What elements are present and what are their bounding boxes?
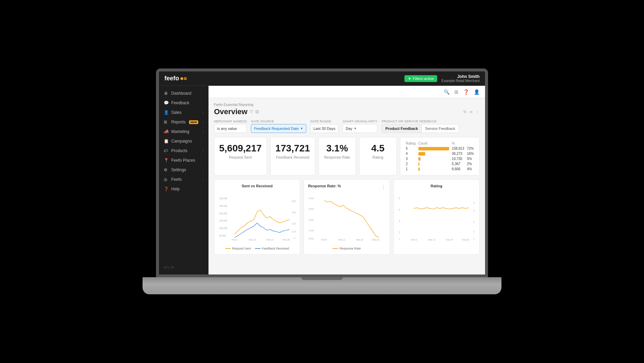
user-circle-icon[interactable]: 👤: [474, 89, 480, 95]
marketing-chevron: ›: [202, 130, 203, 133]
chart-more-icon[interactable]: ⋮: [381, 185, 386, 190]
svg-text:1: 1: [473, 238, 474, 240]
rating-cell: 3: [404, 156, 417, 161]
pct-cell: 72%: [466, 146, 475, 151]
sidebar-item-feefo-places[interactable]: 📍 Feefo Places: [159, 156, 208, 165]
svg-text:Feb 26: Feb 26: [372, 239, 379, 241]
main-layout: 🖥 Dashboard 💬 Feedback 👤 Sales › ⊞: [159, 86, 485, 274]
sidebar-item-products[interactable]: 🏷 Products ›: [159, 146, 208, 156]
date-range-select[interactable]: Last 30 Days: [310, 124, 338, 133]
refresh-icon[interactable]: ↻: [463, 109, 467, 115]
date-range-value: Last 30 Days: [313, 126, 335, 131]
stat-card-response-rate: 3.1% Response Rate: [319, 137, 356, 175]
svg-text:2: 2: [473, 230, 474, 233]
svg-text:Feb 19: Feb 19: [356, 239, 363, 241]
pct-cell: 2%: [466, 161, 475, 166]
sidebar-label-dashboard: Dashboard: [171, 91, 191, 96]
chart-svg-2: 4.0% 3.0% 2.0% 1.0% 0.0% Feb 5 Feb 12: [308, 191, 385, 245]
filters-button-label: Filters active: [413, 77, 434, 81]
chart-sent-vs-received: Sent vs Received 300,000 250,000 200,000…: [214, 179, 300, 255]
granularity-select[interactable]: Day ▼: [343, 124, 377, 133]
sidebar-item-settings[interactable]: ⚙ Settings ›: [159, 165, 208, 175]
content-topbar: 🔍 ⊞ ❓ 👤: [209, 86, 485, 98]
sidebar: 🖥 Dashboard 💬 Feedback 👤 Sales › ⊞: [159, 86, 209, 274]
legend-line-rr: [333, 248, 338, 249]
bar-cell: [417, 151, 451, 156]
svg-text:5: 5: [399, 197, 400, 200]
date-source-select[interactable]: Feedback Requested Date ▼: [251, 124, 306, 133]
user-info: John Smith Example Retail Merchant: [441, 74, 480, 83]
sidebar-item-feedback[interactable]: 💬 Feedback: [159, 98, 208, 108]
bar-cell: [417, 166, 451, 172]
rating-cell: 4: [404, 151, 417, 156]
sidebar-item-help[interactable]: ❓ Help: [159, 184, 208, 194]
sidebar-label-products: Products: [171, 148, 187, 153]
svg-text:2,000: 2,000: [292, 230, 296, 233]
settings-icon: ⚙: [164, 167, 169, 172]
stat-value-rating: 4.5: [364, 143, 391, 154]
help-circle-icon[interactable]: ❓: [463, 89, 469, 95]
legend-line-orange: [225, 248, 231, 249]
svg-text:50,000: 50,000: [219, 234, 226, 237]
granularity-value: Day: [346, 126, 352, 131]
table-row: 5 158,913 72%: [404, 146, 475, 151]
count-cell: 5,367: [451, 161, 466, 166]
svg-text:Feb 5: Feb 5: [411, 239, 417, 241]
user-name: John Smith: [441, 74, 480, 79]
pct-cell: 5%: [466, 156, 475, 161]
stats-and-rating: 5,609,217 Request Sent 173,721 Feedback …: [214, 137, 480, 175]
report-label: Feefo Essential Reporting: [214, 103, 480, 107]
sidebar-item-marketing[interactable]: 📣 Marketing ›: [159, 127, 208, 136]
pct-cell: 16%: [466, 151, 475, 156]
sidebar-item-dashboard[interactable]: 🖥 Dashboard: [159, 89, 208, 98]
sidebar-item-feefo[interactable]: ◎ Feefo ›: [159, 175, 208, 184]
legend-line-blue: [255, 248, 260, 249]
chart-svg-3: 5 4 3 2 1 Feb 5 Feb 12: [398, 191, 475, 245]
rating-bar: [418, 147, 449, 150]
count-cell: 10,735: [451, 156, 466, 161]
svg-text:Feb 26: Feb 26: [462, 239, 469, 241]
sidebar-item-sales[interactable]: 👤 Sales ›: [159, 108, 208, 117]
charts-row: Sent vs Received 300,000 250,000 200,000…: [214, 179, 480, 255]
svg-text:4.0%: 4.0%: [309, 197, 314, 200]
sidebar-item-reports[interactable]: ⊞ Reports NEW ›: [159, 117, 208, 127]
stat-value-requests: 5,609,217: [219, 143, 262, 154]
rating-col-header: Rating: [404, 141, 417, 146]
filters-button[interactable]: ▼ Filters active: [404, 75, 438, 82]
count-col-header: Count: [417, 141, 451, 146]
search-icon[interactable]: 🔍: [444, 89, 450, 95]
svg-text:Feb 19: Feb 19: [267, 239, 274, 241]
more-options-icon[interactable]: ⋮: [475, 109, 480, 115]
product-feedback-pill[interactable]: Product Feedback: [381, 124, 421, 133]
grid-icon[interactable]: ⊞: [454, 89, 458, 95]
pct-col-header: %: [451, 141, 466, 146]
dashboard-icon: 🖥: [164, 91, 169, 96]
chart-legend-1: Request Sent Feedback Received: [218, 247, 296, 250]
sidebar-label-campaigns: Campaigns: [171, 139, 192, 144]
svg-text:Feb 12: Feb 12: [338, 239, 346, 241]
service-feedback-pill[interactable]: Service Feedback: [422, 124, 459, 133]
feedback-type-label: Product or Service Feedback: [381, 120, 459, 123]
date-source-chevron: ▼: [300, 127, 303, 130]
svg-text:4: 4: [399, 209, 400, 211]
page-title-row: Overview ♡ ⊡ ↻ ≡ ⋮: [214, 107, 480, 116]
filter-icon: ▼: [408, 77, 412, 81]
merchant-filter-select[interactable]: is any value: [214, 124, 247, 133]
bar-cell: [417, 156, 451, 161]
chart-header-2: Response Rate: % ⋮: [308, 184, 385, 191]
title-actions: ↻ ≡ ⋮: [463, 109, 480, 115]
svg-text:6,000: 6,000: [292, 211, 296, 214]
laptop-base: [143, 277, 501, 294]
sidebar-item-campaigns[interactable]: 📋 Campaigns: [159, 136, 208, 146]
merchant-filter-group: Merchant Name(s) is any value: [214, 120, 247, 133]
chart-title-3: Rating: [398, 184, 475, 188]
stat-value-response-rate: 3.1%: [324, 143, 351, 154]
date-range-filter-group: Date Range Last 30 Days: [310, 120, 338, 133]
logo-text: feefo: [164, 75, 179, 82]
filter-options-icon[interactable]: ≡: [470, 109, 472, 115]
svg-text:300,000: 300,000: [219, 197, 227, 200]
top-right: ▼ Filters active John Smith Example Reta…: [404, 74, 480, 83]
title-icon-heart: ♡: [250, 109, 253, 114]
feefo-chevron: ›: [202, 178, 203, 181]
svg-text:2.0%: 2.0%: [309, 219, 314, 221]
